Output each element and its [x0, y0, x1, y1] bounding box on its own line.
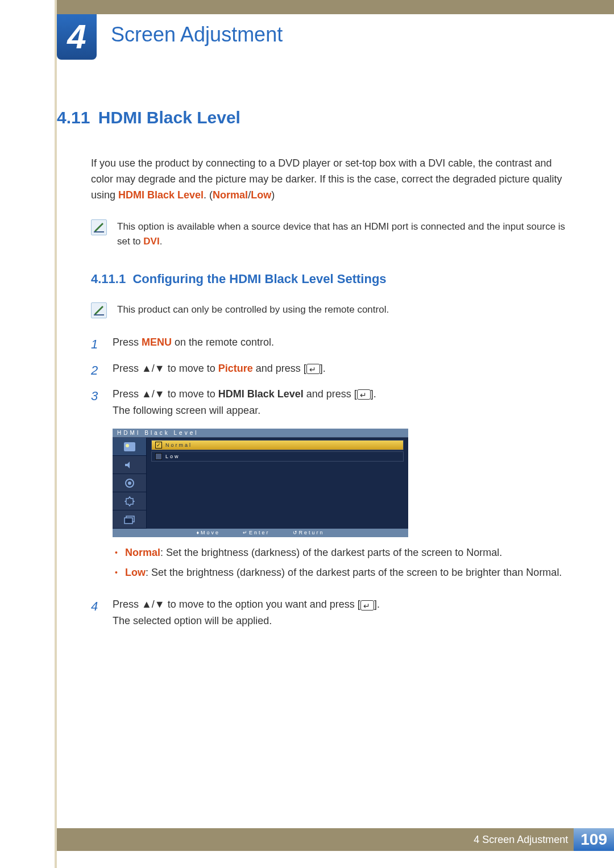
- step-1-number: 1: [91, 334, 102, 354]
- step-3-f: The following screen will appear.: [113, 402, 574, 419]
- checkbox-empty-icon: ✓: [155, 453, 162, 460]
- svg-marker-4: [125, 462, 130, 468]
- note-icon: [91, 302, 107, 318]
- step-2-e: ].: [320, 363, 326, 374]
- option-bullets: Normal: Set the brightness (darkness) of…: [113, 545, 574, 580]
- bullet-normal: Normal: Set the brightness (darkness) of…: [113, 545, 574, 560]
- step-2-a: Press: [113, 363, 142, 374]
- enter-icon: [360, 600, 374, 610]
- osd-opt1-label: Normal: [165, 440, 192, 450]
- section-title: HDMI Black Level: [98, 108, 240, 127]
- intro-text-d: ): [271, 189, 275, 201]
- chapter-title: Screen Adjustment: [111, 23, 283, 47]
- step-1: 1 Press MENU on the remote control.: [91, 334, 574, 354]
- enter-icon: [357, 389, 371, 400]
- step-4-number: 4: [91, 596, 102, 629]
- chapter-number-badge: 4: [57, 14, 97, 60]
- bullet-low-desc: : Set the brightness (darkness) of the d…: [146, 567, 562, 578]
- osd-tab-picture: [113, 438, 146, 456]
- footer-page-number: 109: [574, 828, 614, 851]
- note1-text-c: .: [160, 236, 163, 247]
- bullet-low: Low: Set the brightness (darkness) of th…: [113, 565, 574, 580]
- step-3-d: and press [: [304, 388, 357, 400]
- step-3-b: to move to: [165, 388, 218, 400]
- osd-footer-enter: ↵Enter: [243, 529, 270, 537]
- step-3-number: 3: [91, 386, 102, 591]
- step-2-d: and press [: [253, 363, 306, 374]
- subsection-number: 4.11.1: [91, 272, 126, 286]
- svg-rect-0: [94, 231, 104, 232]
- osd-title: HDMI Black Level: [113, 429, 408, 438]
- header-bar: [57, 0, 614, 14]
- step-1-a: Press: [113, 337, 142, 348]
- step-4-d: The selected option will be applied.: [113, 613, 574, 629]
- svg-rect-8: [125, 518, 132, 524]
- up-down-arrows-icon: ▲/▼: [142, 388, 165, 400]
- osd-screenshot: HDMI Black Level ✓Normal: [113, 429, 408, 537]
- osd-tab-setup: [113, 474, 146, 492]
- up-down-arrows-icon: ▲/▼: [142, 363, 165, 374]
- osd-sidebar: [113, 438, 147, 529]
- osd-opt2-label: Low: [165, 451, 180, 462]
- note2-text: This product can only be controlled by u…: [117, 302, 389, 318]
- osd-option-low: ✓Low: [151, 451, 404, 462]
- note-1: This option is available when a source d…: [91, 219, 574, 250]
- osd-footer-return: ↺Return: [293, 529, 325, 537]
- step-3-a: Press: [113, 388, 142, 400]
- svg-rect-2: [124, 442, 135, 451]
- step-2-number: 2: [91, 360, 102, 380]
- note-icon: [91, 219, 107, 235]
- osd-footer: ♦Move ↵Enter ↺Return: [113, 529, 408, 537]
- footer-chapter-label: 4 Screen Adjustment: [474, 834, 568, 846]
- step-3-hdmi: HDMI Black Level: [218, 388, 304, 400]
- section-heading: 4.11 HDMI Black Level: [57, 108, 574, 127]
- step-1-menu: MENU: [142, 337, 172, 348]
- note1-dvi: DVI: [143, 236, 159, 247]
- intro-paragraph: If you use the product by connecting to …: [91, 156, 574, 203]
- intro-bold-hdmi: HDMI Black Level: [118, 189, 204, 201]
- bullet-normal-desc: : Set the brightness (darkness) of the d…: [160, 547, 502, 558]
- up-down-arrows-icon: ▲/▼: [142, 599, 165, 610]
- enter-icon: [306, 364, 320, 374]
- step-1-c: on the remote control.: [172, 337, 274, 348]
- step-4-b: to move to the option you want and press…: [165, 599, 360, 610]
- note1-text-a: This option is available when a source d…: [117, 221, 565, 247]
- intro-text-b: . (: [204, 189, 213, 201]
- step-3-e: ].: [371, 388, 376, 400]
- subsection-heading: 4.11.1 Configuring the HDMI Black Level …: [91, 272, 574, 286]
- osd-tab-sound: [113, 456, 146, 474]
- step-2-b: to move to: [165, 363, 218, 374]
- osd-footer-move: ♦Move: [196, 529, 220, 537]
- svg-point-6: [128, 481, 131, 485]
- bullet-low-label: Low: [125, 567, 146, 578]
- step-2: 2 Press ▲/▼ to move to Picture and press…: [91, 360, 574, 380]
- footer-bar: 4 Screen Adjustment 109: [57, 828, 614, 851]
- bullet-normal-label: Normal: [125, 547, 160, 558]
- osd-option-normal: ✓Normal: [151, 440, 404, 450]
- step-4-a: Press: [113, 599, 142, 610]
- step-4: 4 Press ▲/▼ to move to the option you wa…: [91, 596, 574, 629]
- osd-tab-option: [113, 492, 146, 510]
- step-2-picture: Picture: [218, 363, 253, 374]
- intro-bold-low: Low: [251, 189, 271, 201]
- note-2: This product can only be controlled by u…: [91, 302, 574, 318]
- step-3: 3 Press ▲/▼ to move to HDMI Black Level …: [91, 386, 574, 591]
- svg-rect-1: [94, 314, 104, 315]
- subsection-title: Configuring the HDMI Black Level Setting…: [132, 272, 386, 286]
- intro-bold-normal: Normal: [213, 189, 248, 201]
- section-number: 4.11: [57, 108, 90, 127]
- osd-tab-multi: [113, 510, 146, 529]
- checkmark-icon: ✓: [155, 442, 162, 448]
- step-4-c: ].: [374, 599, 380, 610]
- svg-point-3: [126, 444, 129, 447]
